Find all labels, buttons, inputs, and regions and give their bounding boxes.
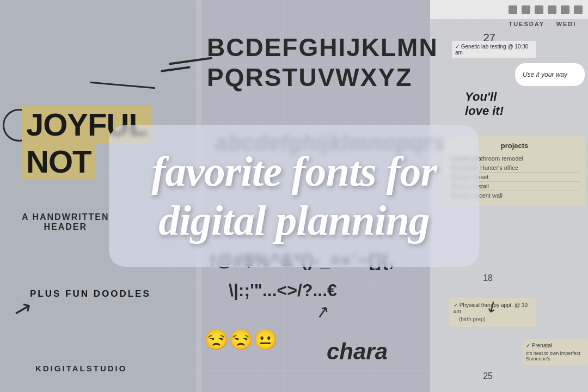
toolbar-icon-5 [561,5,569,14]
brand-label: KDIGITALSTUDIO [35,364,127,373]
toolbar-icon-3 [535,5,543,14]
main-title: favorite fonts for digital planning [135,142,453,250]
genetic-lab-note: ✓ Genetic lab testing @ 10:30 am [452,41,536,58]
handwritten-label: A HANDWRITTEN HEADER [22,212,109,232]
special-chars-2: \|:;'"...<>/?...€ [229,280,337,301]
prenatal-note: ✓ Prenatal It's neat to own imperfect So… [523,339,588,365]
charo-text: chara [327,339,388,365]
planner-col-wedi: WEDI [544,21,588,27]
neat-text: It's neat to own imperfect Someone's [526,351,585,362]
toolbar-icon-4 [548,5,556,14]
doodles-label: PLUS FUN DOODLES [30,289,151,299]
alphabet-upper: BCDEFGHIJKLMN PQRSTUVWXYZ [207,33,438,93]
speech-bubble: Use it your way [514,63,585,87]
birth-prep: (birth prep) [454,316,532,322]
planner-toolbar [430,0,588,19]
planner-row-25: 25 [483,371,493,381]
planner-row-18: 18 [483,273,493,283]
toolbar-icon-1 [509,5,517,14]
toolbar-icon-6 [574,5,583,14]
planner-col-tuesday: TUESDAY [509,21,544,27]
main-title-overlay: favorite fonts for digital planning [109,125,479,267]
title-line2: NOT [22,143,95,180]
prenatal-check: ✓ Prenatal [526,342,585,348]
love-text: You'll love it! [465,90,504,119]
emoji-row: 😒😒😐 [204,328,278,351]
toolbar-icon-2 [522,5,530,14]
